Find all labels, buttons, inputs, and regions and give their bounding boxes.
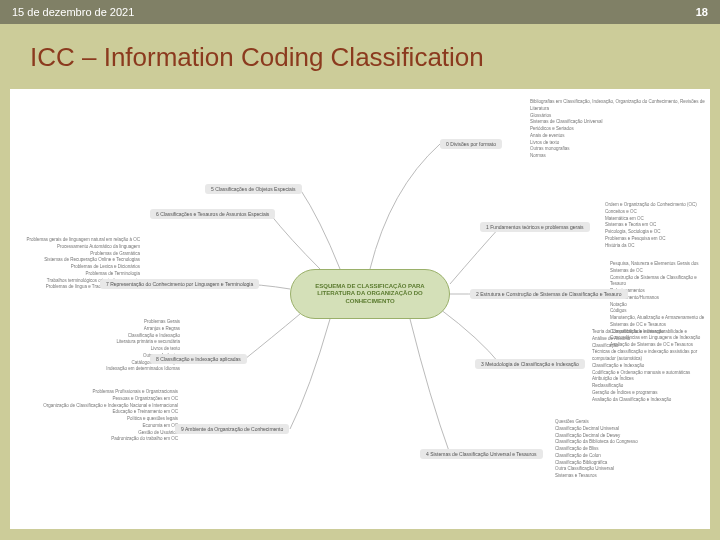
branch-8: 8 Classificação e Indexação aplicadas	[150, 354, 247, 364]
branch-0: 0 Divisões por formato	[440, 139, 502, 149]
sub-0: Bibliografias em Classificação, Indexaçã…	[530, 99, 710, 160]
center-node: ESQUEMA DE CLASSIFICAÇÃO PARA LITERATURA…	[290, 269, 450, 319]
header-date: 15 de dezembro de 2021	[12, 6, 134, 18]
branch-1: 1 Fundamentos teóricos e problemas gerai…	[480, 222, 590, 232]
sub-8: Problemas GeraisArranjos e RegrasClassif…	[40, 319, 180, 373]
sub-4: Questões GeraisClassificação Decimal Uni…	[555, 419, 638, 480]
branch-7: 7 Representação do Conhecimento por Ling…	[100, 279, 259, 289]
header-bar: 15 de dezembro de 2021 18	[0, 0, 720, 24]
page-number: 18	[696, 6, 708, 18]
branch-6: 6 Classificações e Tesauros de Assuntos …	[150, 209, 275, 219]
branch-9: 9 Ambiente da Organização de Conheciment…	[175, 424, 289, 434]
branch-4: 4 Sistemas de Classificação Universal e …	[420, 449, 543, 459]
sub-3: Teoria da Classificação e IndexaçãoAnáli…	[592, 329, 710, 403]
branch-2: 2 Estrutura e Construção de Sistemas de …	[470, 289, 628, 299]
branch-3: 3 Metodologia de Classificação e Indexaç…	[475, 359, 585, 369]
page-title: ICC – Information Coding Classification	[0, 24, 720, 89]
sub-9: Problemas Profissionais e Organizacionai…	[18, 389, 178, 443]
sub-1: Ordem e Organização do Conhecimento (OC)…	[605, 202, 697, 249]
mindmap-diagram: ESQUEMA DE CLASSIFICAÇÃO PARA LITERATURA…	[10, 89, 710, 529]
branch-5: 5 Classificações de Objetos Especiais	[205, 184, 302, 194]
